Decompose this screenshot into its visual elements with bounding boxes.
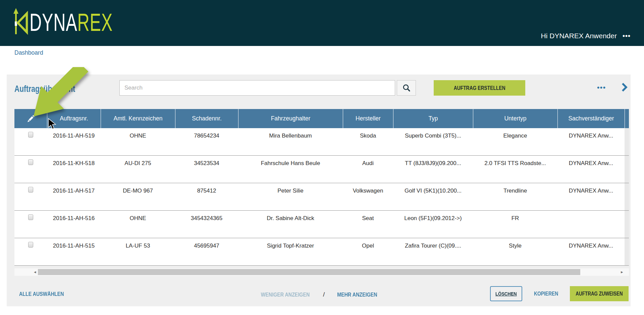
cell-fahrzeughalter: Dr. Sabine Alt-Dick xyxy=(238,211,343,238)
copy-button[interactable]: KOPIEREN xyxy=(532,291,560,297)
cell-sachverstaendiger: DYNAREX Anw... xyxy=(557,238,625,265)
cell-untertyp: Trendline xyxy=(473,183,557,210)
user-menu-icon[interactable]: ••• xyxy=(623,32,631,40)
orders-panel: Auftragsübersicht AUFTRAG ERSTELLEN ••• xyxy=(7,74,631,306)
cell-schadennr: 3454324365 xyxy=(175,211,238,238)
table-row[interactable]: 2016-11-KH-518 AU-DI 275 34523534 Fahrsc… xyxy=(14,156,629,183)
create-order-label: AUFTRAG ERSTELLEN xyxy=(453,85,505,91)
cell-schadennr: 875412 xyxy=(175,183,238,210)
column-typ[interactable]: Typ xyxy=(393,109,473,128)
cell-hersteller: Seat xyxy=(343,211,393,238)
table-row[interactable]: 2016-11-AH-517 DE-MO 967 875412 Peter Si… xyxy=(14,183,629,211)
cell-sliver xyxy=(625,156,629,183)
logo-dyna: DYNA xyxy=(30,8,77,36)
column-hersteller[interactable]: Hersteller xyxy=(343,109,393,128)
column-auftragsnr[interactable]: Auftragsnr. xyxy=(47,109,101,128)
assign-order-button[interactable]: AUFTRAG ZUWEISEN xyxy=(570,286,629,301)
search-button[interactable] xyxy=(397,80,416,96)
scrollbar-thumb[interactable] xyxy=(38,269,580,275)
cell-kennzeichen: DE-MO 967 xyxy=(101,183,175,210)
cell-typ: Zafira Tourer (C)(09.... xyxy=(393,238,473,265)
breadcrumb-dashboard[interactable]: Dashboard xyxy=(14,49,43,56)
cell-sliver xyxy=(625,211,629,238)
show-more-link[interactable]: MEHR ANZEIGEN xyxy=(333,292,381,298)
horizontal-scrollbar[interactable]: ◂ ▸ xyxy=(14,268,629,276)
cell-kennzeichen: OHNE xyxy=(101,211,175,238)
cell-auftragsnr: 2016-11-AH-517 xyxy=(47,183,101,210)
cell-sachverstaendiger: DYNAREX Anw... xyxy=(557,156,625,183)
column-schadennr[interactable]: Schadennr. xyxy=(175,109,238,128)
app-header: DYNAREX Hi DYNAREX Anwender ••• xyxy=(0,0,644,46)
row-checkbox[interactable] xyxy=(28,132,33,138)
show-less-link: WENIGER ANZEIGEN xyxy=(256,292,314,298)
cell-untertyp: Elegance xyxy=(473,128,557,155)
table-row[interactable]: 2016-11-AH-519 OHNE 78654234 Mira Bellen… xyxy=(14,128,629,156)
user-area: Hi DYNAREX Anwender ••• xyxy=(541,32,631,40)
cell-typ: Golf VI (5K1)(10.200... xyxy=(393,183,473,210)
cell-auftragsnr: 2016-11-AH-516 xyxy=(47,211,101,238)
cell-kennzeichen: LA-UF 53 xyxy=(101,238,175,265)
cell-schadennr: 78654234 xyxy=(175,128,238,155)
table-body: 2016-11-AH-519 OHNE 78654234 Mira Bellen… xyxy=(14,128,629,266)
user-greeting: Hi DYNAREX Anwender xyxy=(541,32,617,40)
cell-sachverstaendiger: DYNAREX Anw... xyxy=(557,183,625,210)
row-checkbox[interactable] xyxy=(28,214,33,220)
cell-untertyp: FR xyxy=(473,211,557,238)
column-kennzeichen[interactable]: Amtl. Kennzeichen xyxy=(101,109,175,128)
panel-more-icon[interactable]: ••• xyxy=(597,84,606,92)
edit-pencil-icon xyxy=(26,114,35,123)
create-order-button[interactable]: AUFTRAG ERSTELLEN xyxy=(434,80,525,96)
cell-untertyp: Style xyxy=(473,238,557,265)
cell-schadennr: 34523534 xyxy=(175,156,238,183)
app-root: DYNAREX Hi DYNAREX Anwender ••• Dashboar… xyxy=(0,0,644,315)
cell-typ: TT (8J3/8J9)(09.200... xyxy=(393,156,473,183)
cell-sachverstaendiger xyxy=(557,211,625,238)
table-row[interactable]: 2016-11-AH-516 OHNE 3454324365 Dr. Sabin… xyxy=(14,211,629,238)
table-row[interactable]: 2016-11-AH-515 LA-UF 53 45695947 Sigrid … xyxy=(14,238,629,266)
cell-hersteller: Opel xyxy=(343,238,393,265)
cell-typ: Superb Combi (3T5)... xyxy=(393,128,473,155)
cell-kennzeichen: AU-DI 275 xyxy=(101,156,175,183)
cell-auftragsnr: 2016-11-KH-518 xyxy=(47,156,101,183)
column-sliver xyxy=(625,109,629,128)
cell-schadennr: 45695947 xyxy=(175,238,238,265)
action-buttons: LÖSCHEN KOPIEREN AUFTRAG ZUWEISEN xyxy=(490,286,629,301)
panel-next-icon[interactable] xyxy=(622,83,628,93)
table-header-row: Auftragsnr. Amtl. Kennzeichen Schadennr.… xyxy=(14,109,629,128)
delete-button[interactable]: LÖSCHEN xyxy=(490,286,522,301)
cell-sachverstaendiger: DYNAREX Anw... xyxy=(557,128,625,155)
scroll-left-icon[interactable]: ◂ xyxy=(34,269,36,275)
cell-hersteller: Volkswagen xyxy=(343,183,393,210)
logo-text: DYNAREX xyxy=(30,10,113,35)
row-checkbox[interactable] xyxy=(28,159,33,165)
logo-rex: REX xyxy=(77,8,113,36)
cell-sliver xyxy=(625,128,629,155)
cell-hersteller: Skoda xyxy=(343,128,393,155)
column-sachverstaendiger[interactable]: Sachverständiger xyxy=(557,109,625,128)
cell-sliver xyxy=(625,238,629,265)
cell-untertyp: 2.0 TFSI TTS Roadste... xyxy=(473,156,557,183)
row-checkbox[interactable] xyxy=(28,242,33,248)
column-edit[interactable] xyxy=(14,109,47,128)
cell-sliver xyxy=(625,183,629,210)
column-fahrzeughalter[interactable]: Fahrzeughalter xyxy=(238,109,343,128)
cell-fahrzeughalter: Sigrid Topf-Kratzer xyxy=(238,238,343,265)
column-untertyp[interactable]: Untertyp xyxy=(473,109,557,128)
logo-arrow-icon xyxy=(13,8,30,37)
row-checkbox[interactable] xyxy=(28,187,33,193)
cell-fahrzeughalter: Mira Bellenbaum xyxy=(238,128,343,155)
page-title: Auftragsübersicht xyxy=(14,84,75,94)
cell-typ: Leon (5F1)(09.2012->) xyxy=(393,211,473,238)
scroll-right-icon[interactable]: ▸ xyxy=(621,269,623,275)
cell-kennzeichen: OHNE xyxy=(101,128,175,155)
cell-fahrzeughalter: Peter Silie xyxy=(238,183,343,210)
cell-auftragsnr: 2016-11-AH-515 xyxy=(47,238,101,265)
search-input[interactable] xyxy=(119,80,395,96)
cell-auftragsnr: 2016-11-AH-519 xyxy=(47,128,101,155)
cell-fahrzeughalter: Fahrschule Hans Beule xyxy=(238,156,343,183)
paging-separator: / xyxy=(323,291,325,298)
dynarex-logo[interactable]: DYNAREX xyxy=(13,8,152,37)
cell-hersteller: Audi xyxy=(343,156,393,183)
search-icon xyxy=(402,84,411,92)
